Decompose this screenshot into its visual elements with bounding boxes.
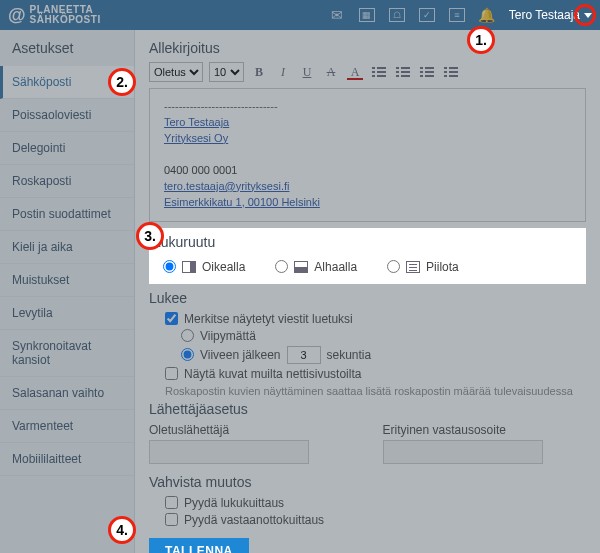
reading-pane-options: Oikealla Alhaalla Piilota	[149, 256, 586, 278]
signature-size-select[interactable]: 10	[209, 62, 244, 82]
readingpane-radio-bottom[interactable]	[275, 260, 288, 273]
readingpane-opt-bottom[interactable]: Alhaalla	[275, 260, 357, 274]
markread-radio-delay[interactable]	[181, 348, 194, 361]
save-button[interactable]: TALLENNA	[149, 538, 249, 553]
calendar-icon[interactable]: ▦	[359, 8, 375, 22]
readingpane-radio-right[interactable]	[163, 260, 176, 273]
strike-icon[interactable]: A	[322, 63, 340, 81]
sidebar-item-salasanan-vaihto[interactable]: Salasanan vaihto	[0, 377, 134, 410]
settings-main: Allekirjoitus Oletus 10 B I U A A ------…	[135, 30, 600, 553]
signature-toolbar: Oletus 10 B I U A A	[149, 62, 586, 82]
list-icon[interactable]: ≡	[449, 8, 465, 22]
bold-icon[interactable]: B	[250, 63, 268, 81]
brand-line2: SÄHKÖPOSTI	[30, 15, 101, 25]
sidebar-item-mobiililaitteet[interactable]: Mobiililaitteet	[0, 443, 134, 476]
numbered-list-icon[interactable]	[370, 63, 388, 81]
italic-icon[interactable]: I	[274, 63, 292, 81]
tasks-icon[interactable]: ✓	[419, 8, 435, 22]
signature-style-select[interactable]: Oletus	[149, 62, 203, 82]
at-symbol: @	[8, 6, 26, 24]
sender-replyto-input[interactable]	[383, 440, 543, 464]
signature-email[interactable]: tero.testaaja@yrityksesi.fi	[164, 180, 290, 192]
confirm-delivery-row[interactable]: Pyydä vastaanottokuittaus	[165, 513, 586, 527]
markread-immediate[interactable]: Viipymättä	[181, 329, 586, 343]
sender-replyto-label: Erityinen vastausosoite	[383, 423, 587, 437]
signature-company[interactable]: Yrityksesi Oy	[164, 132, 228, 144]
section-sender-heading: Lähettäjäasetus	[149, 401, 586, 417]
signature-name[interactable]: Tero Testaaja	[164, 116, 229, 128]
indent-icon[interactable]	[442, 63, 460, 81]
section-readingpane-heading: Lukuruutu	[149, 234, 586, 250]
layout-hide-icon	[406, 261, 420, 273]
settings-sidebar: Asetukset Sähköposti Poissaoloviesti Del…	[0, 30, 135, 553]
textcolor-icon[interactable]: A	[346, 63, 364, 81]
confirm-read-row[interactable]: Pyydä lukukuittaus	[165, 496, 586, 510]
header-toolbar: ✉ ▦ ☖ ✓ ≡ 🔔 Tero Testaaja	[329, 8, 592, 22]
sidebar-item-varmenteet[interactable]: Varmenteet	[0, 410, 134, 443]
underline-icon[interactable]: U	[298, 63, 316, 81]
confirm-delivery-checkbox[interactable]	[165, 513, 178, 526]
sidebar-item-muistukset[interactable]: Muistukset	[0, 264, 134, 297]
notification-icon[interactable]: 🔔	[479, 8, 495, 22]
signature-address[interactable]: Esimerkkikatu 1, 00100 Helsinki	[164, 196, 320, 208]
sender-default-input[interactable]	[149, 440, 309, 464]
readingpane-radio-hide[interactable]	[387, 260, 400, 273]
layout-bottom-icon	[294, 261, 308, 273]
showimages-checkbox[interactable]	[165, 367, 178, 380]
showimages-hint: Roskapostin kuvien näyttäminen saattaa l…	[165, 385, 586, 397]
markread-checkbox-row[interactable]: Merkitse näytetyt viestit luetuksi	[165, 312, 586, 326]
signature-dashline: -------------------------------	[164, 99, 571, 115]
brand-logo: @ PLANEETTA SÄHKÖPOSTI	[8, 5, 101, 25]
annotation-1: 1.	[467, 26, 495, 54]
user-name: Tero Testaaja	[509, 8, 580, 22]
contacts-icon[interactable]: ☖	[389, 8, 405, 22]
signature-editor[interactable]: ------------------------------- Tero Tes…	[149, 88, 586, 222]
readingpane-opt-right[interactable]: Oikealla	[163, 260, 245, 274]
signature-phone: 0400 000 0001	[164, 164, 237, 176]
annotation-3: 3.	[136, 222, 164, 250]
reading-pane-section: Lukuruutu Oikealla Alhaalla Piilota	[149, 228, 586, 284]
sidebar-item-poissaoloviesti[interactable]: Poissaoloviesti	[0, 99, 134, 132]
app-header: @ PLANEETTA SÄHKÖPOSTI ✉ ▦ ☖ ✓ ≡ 🔔 Tero …	[0, 0, 600, 30]
showimages-row[interactable]: Näytä kuvat muilta nettisivustoilta	[165, 367, 586, 381]
page-body: Asetukset Sähköposti Poissaoloviesti Del…	[0, 30, 600, 553]
sidebar-item-delegointi[interactable]: Delegointi	[0, 132, 134, 165]
outdent-icon[interactable]	[418, 63, 436, 81]
sidebar-item-levytila[interactable]: Levytila	[0, 297, 134, 330]
section-confirm-heading: Vahvista muutos	[149, 474, 586, 490]
mail-icon[interactable]: ✉	[329, 8, 345, 22]
sidebar-title: Asetukset	[0, 30, 134, 66]
section-signature-heading: Allekirjoitus	[149, 40, 586, 56]
sidebar-item-postin-suodattimet[interactable]: Postin suodattimet	[0, 198, 134, 231]
annotation-ring-1	[574, 4, 596, 26]
markread-checkbox[interactable]	[165, 312, 178, 325]
bullet-list-icon[interactable]	[394, 63, 412, 81]
sender-default-label: Oletuslähettäjä	[149, 423, 353, 437]
markread-radio-immediate[interactable]	[181, 329, 194, 342]
sidebar-item-synkronoitavat-kansiot[interactable]: Synkronoitavat kansiot	[0, 330, 134, 377]
annotation-2: 2.	[108, 68, 136, 96]
sidebar-item-roskaposti[interactable]: Roskaposti	[0, 165, 134, 198]
readingpane-opt-hide[interactable]: Piilota	[387, 260, 459, 274]
annotation-4: 4.	[108, 516, 136, 544]
markread-delay-input[interactable]	[287, 346, 321, 364]
layout-right-icon	[182, 261, 196, 273]
sidebar-item-kieli-ja-aika[interactable]: Kieli ja aika	[0, 231, 134, 264]
section-reads-heading: Lukee	[149, 290, 586, 306]
confirm-read-checkbox[interactable]	[165, 496, 178, 509]
markread-delay[interactable]: Viiveen jälkeen sekuntia	[181, 346, 586, 364]
